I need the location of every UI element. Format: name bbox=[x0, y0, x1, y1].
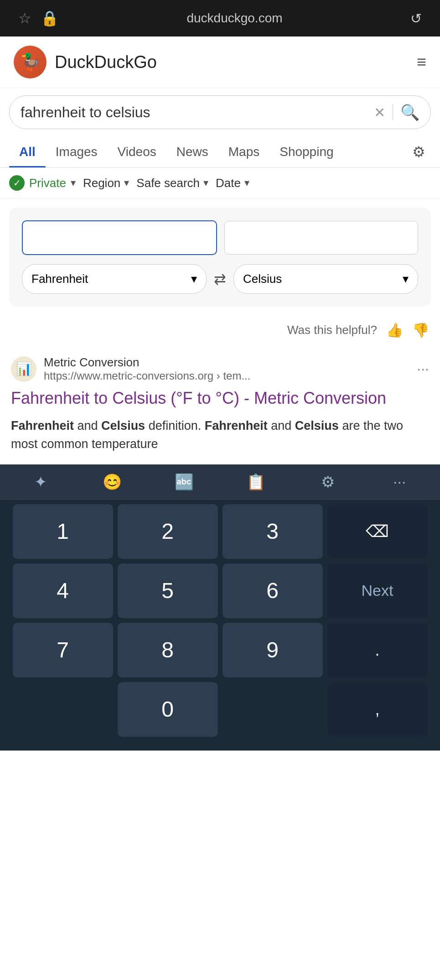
date-filter[interactable]: Date ▾ bbox=[216, 176, 249, 190]
brand-logo: 🦆 DuckDuckGo bbox=[14, 46, 157, 78]
key-3[interactable]: 3 bbox=[223, 504, 323, 559]
to-unit-label: Celsius bbox=[243, 272, 282, 286]
keyboard-row-3: 7 8 9 . bbox=[4, 623, 436, 678]
helpful-text: Was this helpful? bbox=[287, 323, 377, 337]
converter-widget: Fahrenheit ▾ ⇄ Celsius ▾ bbox=[9, 208, 431, 307]
result-options-button[interactable]: ··· bbox=[417, 360, 429, 377]
keyboard-more-icon[interactable]: ··· bbox=[381, 473, 418, 490]
converter-selects: Fahrenheit ▾ ⇄ Celsius ▾ bbox=[22, 264, 418, 294]
site-favicon: 📊 bbox=[11, 356, 36, 382]
divider bbox=[393, 104, 393, 120]
tab-news[interactable]: News bbox=[166, 136, 218, 167]
thumbs-down-button[interactable]: 👎 bbox=[412, 322, 429, 338]
tab-all[interactable]: All bbox=[9, 136, 46, 167]
key-empty-right bbox=[223, 682, 323, 737]
key-4[interactable]: 4 bbox=[13, 563, 113, 618]
nav-settings-icon[interactable]: ⚙ bbox=[407, 138, 431, 166]
url-display: duckduckgo.com bbox=[186, 11, 282, 26]
sparkle-icon[interactable]: ✦ bbox=[22, 473, 59, 491]
status-bar: ☆ 🔒 duckduckgo.com ↺ bbox=[0, 0, 440, 36]
to-unit-select[interactable]: Celsius ▾ bbox=[233, 264, 418, 294]
menu-button[interactable]: ≡ bbox=[417, 52, 426, 72]
logo-icon: 🦆 bbox=[14, 46, 47, 78]
bookmark-icon: ☆ bbox=[18, 10, 31, 27]
key-0[interactable]: 0 bbox=[118, 682, 218, 737]
tab-videos[interactable]: Videos bbox=[108, 136, 166, 167]
nav-tabs: All Images Videos News Maps Shopping ⚙ bbox=[0, 136, 440, 168]
search-result: 📊 Metric Conversion https://www.metric-c… bbox=[0, 344, 440, 464]
key-empty-left bbox=[13, 682, 113, 737]
helpful-bar: Was this helpful? 👍 👎 bbox=[0, 316, 440, 344]
converter-inputs bbox=[22, 220, 418, 255]
swap-icon[interactable]: ⇄ bbox=[214, 271, 226, 288]
key-7[interactable]: 7 bbox=[13, 623, 113, 678]
from-unit-arrow: ▾ bbox=[191, 272, 197, 286]
private-label: Private bbox=[29, 176, 66, 190]
keyboard-overlay: ✦ 😊 🔤 📋 ⚙ ··· 1 2 3 ⌫ 4 5 6 Next 7 8 9 . bbox=[0, 464, 440, 751]
keyboard-toolbar: ✦ 😊 🔤 📋 ⚙ ··· bbox=[0, 464, 440, 500]
private-arrow-icon: ▾ bbox=[71, 177, 76, 189]
key-5[interactable]: 5 bbox=[118, 563, 218, 618]
result-site: 📊 Metric Conversion https://www.metric-c… bbox=[11, 355, 250, 382]
region-arrow-icon: ▾ bbox=[124, 177, 129, 189]
filter-bar: ✓ Private ▾ Region ▾ Safe search ▾ Date … bbox=[0, 168, 440, 198]
search-input[interactable] bbox=[21, 104, 374, 121]
from-unit-select[interactable]: Fahrenheit ▾ bbox=[22, 264, 207, 294]
status-bar-left: ☆ 🔒 bbox=[18, 10, 59, 27]
lock-icon: 🔒 bbox=[41, 10, 59, 27]
keyboard-row-4: 0 , bbox=[4, 682, 436, 737]
site-url: https://www.metric-conversions.org › tem… bbox=[44, 370, 250, 382]
from-value-input[interactable] bbox=[22, 220, 217, 255]
tab-shopping[interactable]: Shopping bbox=[269, 136, 343, 167]
safe-search-filter[interactable]: Safe search ▾ bbox=[136, 176, 208, 190]
keyboard-rows: 1 2 3 ⌫ 4 5 6 Next 7 8 9 . 0 , bbox=[0, 500, 440, 737]
key-comma[interactable]: , bbox=[327, 682, 428, 737]
private-check-icon: ✓ bbox=[9, 175, 25, 191]
key-8[interactable]: 8 bbox=[118, 623, 218, 678]
brand-name: DuckDuckGo bbox=[55, 52, 157, 72]
safe-search-arrow-icon: ▾ bbox=[203, 177, 208, 189]
keyboard-settings-icon[interactable]: ⚙ bbox=[310, 473, 346, 491]
clear-button[interactable]: ✕ bbox=[374, 104, 385, 120]
refresh-icon[interactable]: ↺ bbox=[410, 10, 422, 26]
to-unit-arrow: ▾ bbox=[403, 272, 409, 286]
safe-search-label: Safe search bbox=[136, 176, 200, 190]
thumbs-up-button[interactable]: 👍 bbox=[386, 322, 403, 338]
result-title[interactable]: Fahrenheit to Celsius (°F to °C) - Metri… bbox=[11, 388, 429, 409]
result-meta: 📊 Metric Conversion https://www.metric-c… bbox=[11, 355, 429, 382]
from-unit-label: Fahrenheit bbox=[31, 272, 88, 286]
search-bar[interactable]: ✕ 🔍 bbox=[9, 95, 431, 129]
emoji-icon[interactable]: 😊 bbox=[94, 473, 130, 491]
browser-header: 🦆 DuckDuckGo ≡ bbox=[0, 36, 440, 88]
date-label: Date bbox=[216, 176, 241, 190]
date-arrow-icon: ▾ bbox=[244, 177, 249, 189]
region-filter[interactable]: Region ▾ bbox=[83, 176, 129, 190]
key-2[interactable]: 2 bbox=[118, 504, 218, 559]
site-info: Metric Conversion https://www.metric-con… bbox=[44, 355, 250, 382]
tab-maps[interactable]: Maps bbox=[218, 136, 269, 167]
key-next[interactable]: Next bbox=[327, 563, 428, 618]
key-dot[interactable]: . bbox=[327, 623, 428, 678]
translate-icon[interactable]: 🔤 bbox=[166, 473, 202, 491]
clipboard-icon[interactable]: 📋 bbox=[238, 473, 274, 491]
search-button[interactable]: 🔍 bbox=[400, 103, 419, 121]
key-6[interactable]: 6 bbox=[223, 563, 323, 618]
result-snippet: Fahrenheit and Celsius definition. Fahre… bbox=[11, 417, 429, 454]
keyboard-row-1: 1 2 3 ⌫ bbox=[4, 504, 436, 559]
key-1[interactable]: 1 bbox=[13, 504, 113, 559]
tab-images[interactable]: Images bbox=[46, 136, 108, 167]
site-name: Metric Conversion bbox=[44, 355, 250, 370]
to-value-input[interactable] bbox=[224, 221, 419, 255]
region-label: Region bbox=[83, 176, 120, 190]
key-9[interactable]: 9 bbox=[223, 623, 323, 678]
keyboard-row-2: 4 5 6 Next bbox=[4, 563, 436, 618]
private-filter[interactable]: ✓ Private ▾ bbox=[9, 175, 76, 191]
key-backspace[interactable]: ⌫ bbox=[327, 504, 428, 559]
search-bar-container: ✕ 🔍 bbox=[0, 88, 440, 136]
